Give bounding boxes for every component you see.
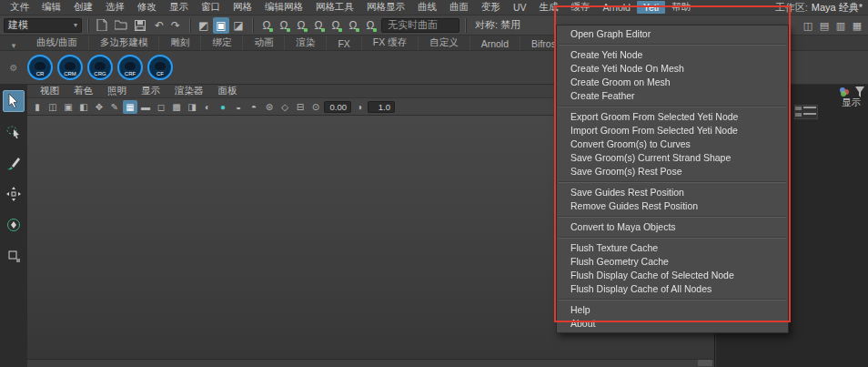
shelf-tab[interactable]: FX <box>327 37 361 50</box>
viewport-toolbar-icon[interactable]: ✎ <box>107 100 122 114</box>
shelf-tab[interactable]: 动画 <box>243 36 285 50</box>
panel-menu-item[interactable]: 显示 <box>134 85 167 97</box>
symmetry-status[interactable]: 对称: 禁用 <box>475 18 520 32</box>
sidebar-toggle-icon[interactable]: ▥ <box>833 17 848 34</box>
viewport-toolbar-icon[interactable]: ✥ <box>92 100 106 114</box>
shelf-tab[interactable]: 多边形建模 <box>89 36 160 50</box>
yeti-shelf-button[interactable]: CRM <box>57 55 83 80</box>
viewport-toolbar-icon[interactable]: ⊟ <box>293 100 308 114</box>
shelf-tab[interactable]: 雕刻 <box>159 36 201 50</box>
yeti-menu-item[interactable]: Export Groom From Selected Yeti Node <box>557 110 788 124</box>
sidebar-toggle-icon[interactable]: ◫ <box>801 17 815 34</box>
exposure-field[interactable]: 0.00 <box>324 101 351 113</box>
viewport-toolbar-icon[interactable]: ◒ <box>231 100 246 114</box>
yeti-menu-item[interactable]: Save Guides Rest Position <box>557 186 788 199</box>
viewport-toolbar-icon[interactable]: ◓ <box>247 100 261 114</box>
viewport-toolbar-icon[interactable]: ◫ <box>45 100 60 114</box>
yeti-menu-item[interactable]: Convert to Maya Objects <box>557 220 788 234</box>
snap-icon[interactable]: Ω <box>276 17 292 34</box>
snap-icon[interactable]: Ω <box>345 17 361 34</box>
history-icon[interactable]: ↷ <box>167 17 184 34</box>
panel-resize-handle[interactable] <box>698 360 712 366</box>
yeti-menu-item[interactable]: Create Groom on Mesh <box>557 76 788 89</box>
yeti-menu-item[interactable]: Flush Texture Cache <box>557 241 788 255</box>
panel-menu-item[interactable]: 视图 <box>33 85 66 97</box>
yeti-menu-item[interactable]: Convert Groom(s) to Curves <box>557 138 788 151</box>
rotate-tool[interactable] <box>3 214 25 236</box>
history-icon[interactable]: ↶ <box>151 17 167 34</box>
yeti-menu-item[interactable] <box>559 181 786 183</box>
move-tool[interactable] <box>3 183 25 205</box>
yeti-menu-item[interactable]: Create Feather <box>557 89 788 103</box>
menubar-item[interactable]: 网格 <box>227 0 258 15</box>
scale-tool[interactable] <box>3 245 25 267</box>
panel-menu-item[interactable]: 着色 <box>66 85 100 97</box>
yeti-menu-item[interactable]: Flush Geometry Cache <box>557 255 788 269</box>
panel-menu-item[interactable]: 面板 <box>211 85 245 97</box>
yeti-menu-item[interactable] <box>559 44 786 46</box>
viewport-toolbar-icon[interactable]: ◻ <box>154 100 168 114</box>
snap-icon[interactable]: Ω <box>362 17 378 34</box>
shelf-tab[interactable]: 绑定 <box>201 36 243 50</box>
shelf-tab[interactable]: 渲染 <box>285 36 327 50</box>
selection-mask-icon[interactable]: ▣ <box>213 17 229 34</box>
viewport-toolbar-icon[interactable]: ▩ <box>169 100 184 114</box>
open-scene-icon[interactable] <box>113 17 129 34</box>
yeti-shelf-button[interactable]: CRF <box>117 55 143 80</box>
yeti-menu-item[interactable]: Remove Guides Rest Position <box>557 199 788 213</box>
snap-icon[interactable]: Ω <box>310 17 327 34</box>
panel-menu-item[interactable]: 照明 <box>100 85 134 97</box>
menubar-item[interactable]: 曲面 <box>443 0 475 15</box>
yeti-menu-item[interactable] <box>559 237 786 239</box>
menubar-item[interactable]: 显示 <box>163 0 195 15</box>
paint-select-tool[interactable] <box>3 152 25 174</box>
lasso-select-tool[interactable] <box>3 121 25 143</box>
save-scene-icon[interactable] <box>132 17 148 34</box>
yeti-menu-item[interactable]: Create Yeti Node On Mesh <box>557 62 788 76</box>
menubar-item[interactable]: 编辑 <box>35 0 67 15</box>
shelf-options-icon[interactable]: ⚙ <box>0 63 27 73</box>
menubar-item[interactable]: 网格工具 <box>309 0 360 15</box>
yeti-menu-item[interactable]: Import Groom From Selected Yeti Node <box>557 124 788 138</box>
menubar-item[interactable]: 帮助 <box>665 0 697 15</box>
yeti-menu-item[interactable]: Save Groom(s) Rest Pose <box>557 165 788 178</box>
yeti-menu-item[interactable]: Create Yeti Node <box>557 48 788 62</box>
viewport-toolbar-icon[interactable]: ▮ <box>30 100 45 114</box>
selection-mask-icon[interactable]: ◩ <box>196 17 212 34</box>
workspace-selector[interactable]: 工作区: Maya 经典* <box>775 0 863 15</box>
snap-icon[interactable]: Ω <box>258 17 275 34</box>
shelf-tab[interactable]: Arnold <box>470 37 520 50</box>
snap-icon[interactable]: Ω <box>328 17 344 34</box>
menubar-item[interactable]: 选择 <box>99 0 131 15</box>
shelf-tab[interactable]: 曲线/曲面 <box>25 36 89 50</box>
snap-icon[interactable]: Ω <box>293 17 309 34</box>
sidebar-toggle-icon[interactable]: ▤ <box>817 17 832 34</box>
viewport-toolbar-icon[interactable]: ◐ <box>200 100 215 114</box>
new-scene-icon[interactable] <box>94 17 110 34</box>
layer-editor-tab[interactable]: 显示 <box>842 97 861 109</box>
menubar-item[interactable]: 编辑网格 <box>258 0 309 15</box>
layers-list-icon[interactable] <box>794 105 818 121</box>
menubar-item[interactable]: Arnold <box>597 1 637 14</box>
menubar-item[interactable]: 窗口 <box>195 0 227 15</box>
yeti-menu-item[interactable] <box>559 106 786 107</box>
exposure-icon[interactable]: ⊙ <box>308 100 323 114</box>
yeti-menu-item[interactable]: Open Graph Editor <box>557 27 788 41</box>
viewport-toolbar-icon[interactable]: ◇ <box>278 100 292 114</box>
viewport-toolbar-icon[interactable]: ◨ <box>185 100 199 114</box>
menubar-item[interactable]: Yeti <box>637 1 665 14</box>
menubar-item[interactable]: 文件 <box>4 0 35 15</box>
viewport-toolbar-icon[interactable]: ⊜ <box>262 100 277 114</box>
shelf-tab[interactable]: FX 缓存 <box>362 36 419 50</box>
viewport-toolbar-icon[interactable]: ▦ <box>123 100 137 114</box>
sidebar-toggle-icon[interactable]: ▦ <box>850 17 864 34</box>
menubar-item[interactable]: 缓存 <box>565 0 597 15</box>
menubar-item[interactable]: 修改 <box>131 0 163 15</box>
menubar-item[interactable]: 生成 <box>533 0 565 15</box>
yeti-menu-item[interactable] <box>559 216 786 218</box>
menubar-item[interactable]: 网格显示 <box>360 0 411 15</box>
yeti-menu-item[interactable]: Flush Display Cache of Selected Node <box>557 269 788 282</box>
menubar-item[interactable]: 曲线 <box>411 0 443 15</box>
yeti-menu-item[interactable] <box>559 299 786 301</box>
viewport-toolbar-icon[interactable]: ▬ <box>138 100 153 114</box>
